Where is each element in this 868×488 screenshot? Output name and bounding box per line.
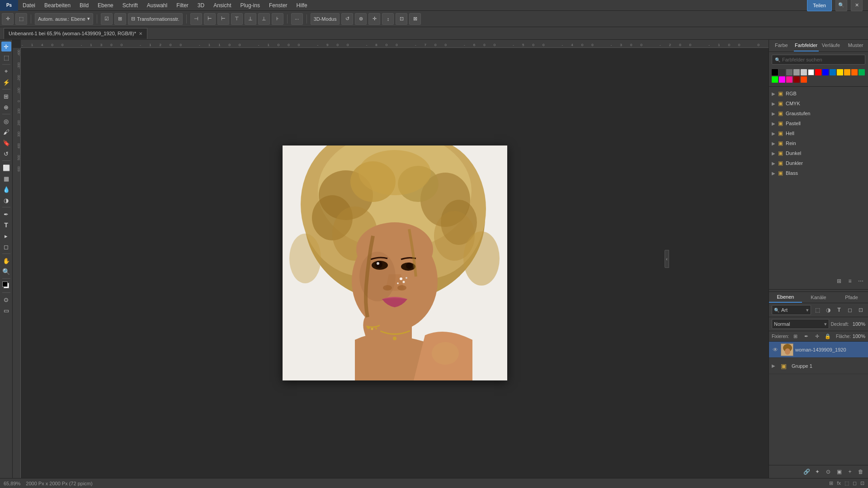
checkbox-btn[interactable]: ☑ bbox=[101, 13, 113, 25]
swatch-mid[interactable] bbox=[786, 69, 793, 75]
screen-mode[interactable]: ▭ bbox=[1, 305, 11, 315]
swatch-list-view[interactable]: ≡ bbox=[845, 277, 854, 286]
menu-auswahl[interactable]: Auswahl bbox=[142, 0, 172, 10]
magic-wand-tool[interactable]: ⚡ bbox=[1, 77, 11, 87]
zoom-tool[interactable]: 🔍 bbox=[1, 267, 11, 277]
menu-hilfe[interactable]: Hilfe bbox=[292, 0, 312, 10]
layer-item-woman[interactable]: 👁 woman-1439909_1920 bbox=[769, 342, 868, 358]
brush-tool[interactable]: 🖌 bbox=[1, 127, 11, 137]
gradient-tool[interactable]: ▦ bbox=[1, 174, 11, 183]
shape-tool[interactable]: ◻ bbox=[1, 242, 11, 252]
menu-bearbeiten[interactable]: Bearbeiten bbox=[40, 0, 75, 10]
folder-dunkel[interactable]: ▶ ▣ Dunkel bbox=[769, 148, 868, 158]
eyedropper-tool[interactable]: ⊕ bbox=[1, 102, 11, 112]
add-mask[interactable]: ⊙ bbox=[824, 467, 833, 476]
align-bottom[interactable]: ⊥ bbox=[258, 13, 270, 25]
fix-artboard-btn[interactable]: ✛ bbox=[812, 332, 821, 340]
tab-verlaeufe[interactable]: Verläufe bbox=[819, 40, 844, 52]
transform-btn[interactable]: ⊞ bbox=[114, 13, 126, 25]
layer-text-filter[interactable]: T bbox=[835, 305, 844, 314]
layer-search-box[interactable]: 🔍 Art ▾ bbox=[772, 305, 811, 315]
swatch-options[interactable]: ⋯ bbox=[856, 277, 865, 286]
swatch-orange[interactable] bbox=[844, 69, 850, 75]
menu-ebene[interactable]: Ebene bbox=[93, 0, 118, 10]
align-right[interactable]: ⊢ bbox=[217, 13, 229, 25]
3d-extra[interactable]: ⊠ bbox=[409, 13, 421, 25]
swatch-grid-view[interactable]: ⊞ bbox=[835, 277, 844, 286]
add-layer-style[interactable]: ✦ bbox=[813, 467, 822, 476]
dodge-tool[interactable]: ◑ bbox=[1, 195, 11, 205]
swatch-magenta[interactable] bbox=[779, 76, 785, 83]
document-tab[interactable]: Unbenannt-1 bei 65,9% (woman-1439909_192… bbox=[4, 28, 147, 39]
move-tool-btn[interactable]: ✛ bbox=[2, 13, 14, 25]
folder-hell[interactable]: ▶ ▣ Hell bbox=[769, 128, 868, 138]
swatch-red2[interactable] bbox=[801, 76, 807, 83]
foreground-background-colors[interactable] bbox=[1, 281, 11, 291]
tab-muster[interactable]: Muster bbox=[843, 40, 868, 52]
tab-farbe[interactable]: Farbe bbox=[769, 40, 794, 52]
share-button[interactable]: Teilen bbox=[807, 0, 832, 11]
align-middle[interactable]: ⊥ bbox=[245, 13, 256, 25]
eraser-tool[interactable]: ⬜ bbox=[1, 163, 11, 173]
swatch-dark[interactable] bbox=[779, 69, 785, 75]
swatch-blue2[interactable] bbox=[830, 69, 836, 75]
healing-brush[interactable]: ◎ bbox=[1, 116, 11, 126]
more-options[interactable]: ··· bbox=[291, 13, 303, 25]
folder-cmyk[interactable]: ▶ ▣ CMYK bbox=[769, 99, 868, 108]
tab-farbfelder[interactable]: Farbfelder bbox=[794, 40, 819, 52]
lasso-tool[interactable]: ⌖ bbox=[1, 66, 11, 76]
link-layers[interactable]: 🔗 bbox=[802, 467, 811, 476]
layer-adjustment-filter[interactable]: ◑ bbox=[824, 305, 833, 314]
fix-all-btn[interactable]: 🔒 bbox=[823, 332, 832, 340]
quick-mask[interactable]: ⊙ bbox=[1, 295, 11, 305]
swatch-blue[interactable] bbox=[822, 69, 829, 75]
3d-pan[interactable]: ✛ bbox=[368, 13, 380, 25]
swatch-orange2[interactable] bbox=[851, 69, 858, 75]
delete-layer[interactable]: 🗑 bbox=[856, 467, 865, 476]
swatch-green[interactable] bbox=[859, 69, 865, 75]
path-select-tool[interactable]: ▸ bbox=[1, 231, 11, 241]
move-tool[interactable]: ✛ bbox=[1, 42, 11, 52]
search-button[interactable]: 🔍 bbox=[835, 0, 847, 11]
swatch-lime[interactable] bbox=[772, 76, 778, 83]
folder-dunkler[interactable]: ▶ ▣ Dunkler bbox=[769, 158, 868, 168]
swatch-light[interactable] bbox=[793, 69, 800, 75]
close-button[interactable]: ✕ bbox=[851, 0, 863, 11]
fix-paint-btn[interactable]: ✒ bbox=[802, 332, 811, 340]
folder-pastell[interactable]: ▶ ▣ Pastell bbox=[769, 118, 868, 128]
swatch-pink[interactable] bbox=[786, 76, 793, 83]
folder-rgb[interactable]: ▶ ▣ RGB bbox=[769, 89, 868, 99]
menu-3d[interactable]: 3D bbox=[193, 0, 209, 10]
align-left[interactable]: ⊣ bbox=[190, 13, 202, 25]
layer-pixel-filter[interactable]: ⬚ bbox=[813, 305, 822, 314]
tab-ebenen[interactable]: Ebenen bbox=[769, 292, 802, 303]
fix-position-btn[interactable]: ⊞ bbox=[791, 332, 800, 340]
crop-tool[interactable]: ⊞ bbox=[1, 91, 11, 101]
folder-graustufen[interactable]: ▶ ▣ Graustufen bbox=[769, 108, 868, 118]
clone-stamp[interactable]: 🔖 bbox=[1, 138, 11, 148]
menu-fenster[interactable]: Fenster bbox=[264, 0, 292, 10]
blend-mode-dropdown[interactable]: Normal ▾ bbox=[772, 319, 829, 329]
swatch-black[interactable] bbox=[772, 69, 778, 75]
swatch-lighter[interactable] bbox=[801, 69, 807, 75]
tab-close[interactable]: ✕ bbox=[139, 31, 142, 36]
align-top[interactable]: ⊤ bbox=[231, 13, 243, 25]
layer-expand-gruppe[interactable]: ▶ bbox=[772, 363, 775, 368]
distribute-btn[interactable]: ⊦ bbox=[272, 13, 283, 25]
autom-dropdown[interactable]: Autom. ausw.: Ebene ▾ bbox=[35, 13, 93, 25]
menu-ansicht[interactable]: Ansicht bbox=[209, 0, 236, 10]
menu-plugins[interactable]: Plug-ins bbox=[236, 0, 264, 10]
align-center[interactable]: ⊢ bbox=[204, 13, 216, 25]
tab-pfade[interactable]: Pfade bbox=[835, 292, 868, 303]
menu-schrift[interactable]: Schrift bbox=[118, 0, 142, 10]
swatch-white[interactable] bbox=[808, 69, 814, 75]
new-group[interactable]: ▣ bbox=[835, 467, 844, 476]
panel-collapse-btn[interactable]: ‹ bbox=[665, 250, 669, 268]
layer-shape-filter[interactable]: ◻ bbox=[845, 305, 854, 314]
3d-orbit[interactable]: ⊚ bbox=[355, 13, 367, 25]
selection-rectangular[interactable]: ⬚ bbox=[1, 52, 11, 62]
color-search-box[interactable]: 🔍 Farbfelder suchen bbox=[772, 55, 865, 65]
canvas-area[interactable]: -1400 -1300 -1200 -1100 -1000 -900 -800 … bbox=[13, 40, 769, 478]
3d-rotate[interactable]: ↺ bbox=[341, 13, 353, 25]
layer-smart-filter[interactable]: ⊡ bbox=[856, 305, 865, 314]
